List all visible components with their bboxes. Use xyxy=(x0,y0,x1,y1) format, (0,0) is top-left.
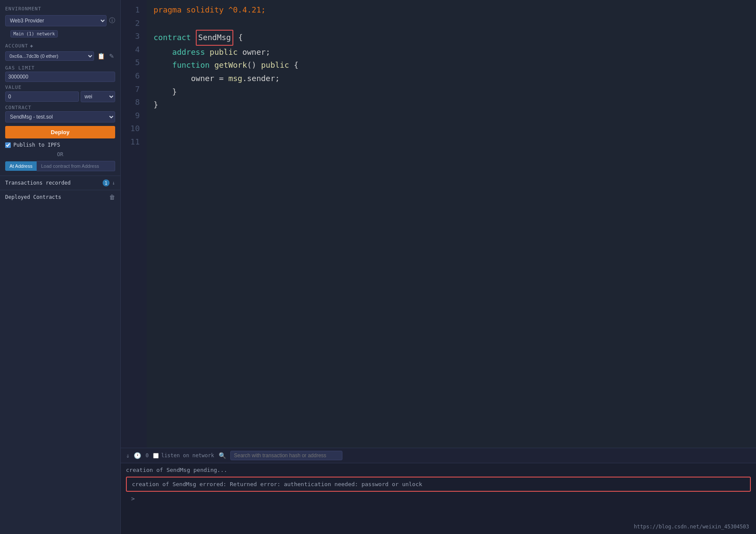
listen-label: listen on network xyxy=(161,452,214,459)
publish-checkbox[interactable] xyxy=(5,142,11,148)
code-line-10 xyxy=(154,125,749,138)
environment-select[interactable]: Web3 Provider xyxy=(5,15,107,26)
contract-select[interactable]: SendMsg - test.sol xyxy=(5,111,115,123)
function-keyword: function xyxy=(172,59,214,72)
or-divider: OR xyxy=(0,150,120,159)
deployed-contracts-row: Deployed Contracts 🗑 xyxy=(0,190,120,204)
line-num-8: 8 xyxy=(121,96,140,109)
copy-account-button[interactable]: 📋 xyxy=(97,52,106,60)
error-message: creation of SendMsg errored: Returned er… xyxy=(126,477,751,492)
console-count: 0 xyxy=(145,452,148,459)
account-label: ACCOUNT xyxy=(5,43,28,49)
at-address-row: At Address Load contract from Address xyxy=(5,161,115,171)
listen-row: listen on network xyxy=(153,452,214,459)
line-numbers: 1 2 3 4 5 6 7 8 9 10 11 xyxy=(121,0,147,448)
load-contract-button[interactable]: Load contract from Address xyxy=(37,161,115,171)
contract-label: CONTRACT xyxy=(0,102,120,111)
sender-var: .sender; xyxy=(242,72,280,85)
at-address-button[interactable]: At Address xyxy=(5,161,37,171)
line-num-2: 2 xyxy=(121,17,140,30)
line-num-9: 9 xyxy=(121,109,140,123)
code-line-9 xyxy=(154,112,749,125)
transactions-badge: 1 xyxy=(103,179,110,186)
owner-assign: owner = xyxy=(191,72,229,85)
code-line-6: owner = msg.sender; xyxy=(154,72,749,85)
line-num-11: 11 xyxy=(121,135,140,149)
environment-row: Web3 Provider ⓘ xyxy=(0,13,120,28)
pending-message: creation of SendMsg pending... xyxy=(126,467,751,473)
main-layout: ENVIRONMENT Web3 Provider ⓘ Main (1) net… xyxy=(0,0,756,534)
code-line-3: contract SendMsg { xyxy=(154,30,749,46)
brace-open-2: { xyxy=(289,59,298,72)
line-num-4: 4 xyxy=(121,43,140,57)
editor-area: 1 2 3 4 5 6 7 8 9 10 11 pragma solidity … xyxy=(121,0,756,534)
code-content[interactable]: pragma solidity ^0.4.21; contract SendMs… xyxy=(147,0,756,448)
listen-checkbox[interactable] xyxy=(153,453,159,459)
contract-keyword: contract xyxy=(154,31,196,44)
transactions-label: Transactions recorded xyxy=(5,180,100,186)
console-toolbar: ⇓ 🕐 0 listen on network 🔍 xyxy=(121,448,756,463)
brace-close-1: } xyxy=(172,85,177,99)
line-num-5: 5 xyxy=(121,56,140,69)
scroll-down-icon[interactable]: ⇓ xyxy=(126,452,129,459)
code-line-7: } xyxy=(154,85,749,99)
msg-var: msg xyxy=(228,72,242,85)
info-icon[interactable]: ⓘ xyxy=(109,17,115,25)
sidebar: ENVIRONMENT Web3 Provider ⓘ Main (1) net… xyxy=(0,0,121,534)
url-bar: https://blog.csdn.net/weixin_45304503 xyxy=(634,524,749,530)
publish-row: Publish to IPFS xyxy=(0,140,120,150)
deploy-button[interactable]: Deploy xyxy=(5,126,115,138)
public-keyword-1: public xyxy=(210,46,242,59)
public-keyword-2: public xyxy=(261,59,289,72)
value-label: VALUE xyxy=(0,82,120,91)
chevron-down-icon: ↓ xyxy=(112,180,115,186)
account-select-row: 0xc6a...7dc3b (0 ether) 📋 ✎ xyxy=(0,50,120,63)
line-num-6: 6 xyxy=(121,69,140,83)
brace-close-2: } xyxy=(154,98,158,112)
pragma-text: pragma solidity ^0.4.21; xyxy=(154,3,266,17)
code-line-2 xyxy=(154,17,749,30)
console-area: ⇓ 🕐 0 listen on network 🔍 creation of Se… xyxy=(121,448,756,534)
code-line-4: address public owner; xyxy=(154,46,749,59)
code-lines: 1 2 3 4 5 6 7 8 9 10 11 pragma solidity … xyxy=(121,0,756,448)
line-num-1: 1 xyxy=(121,3,140,17)
code-line-5: function getWork() public { xyxy=(154,59,749,72)
trash-icon[interactable]: 🗑 xyxy=(109,194,115,201)
search-input[interactable] xyxy=(230,451,342,460)
environment-label: ENVIRONMENT xyxy=(0,3,120,13)
line-num-10: 10 xyxy=(121,122,140,135)
fn-parens: () xyxy=(247,59,261,72)
publish-label: Publish to IPFS xyxy=(13,142,60,148)
line-num-7: 7 xyxy=(121,83,140,96)
gas-limit-input[interactable]: 3000000 xyxy=(5,72,115,82)
clock-icon[interactable]: 🕐 xyxy=(134,452,141,459)
value-input[interactable] xyxy=(5,91,79,102)
network-badge: Main (1) network xyxy=(10,30,58,38)
console-arrow: > xyxy=(126,493,751,504)
code-line-11 xyxy=(154,138,749,151)
code-line-1: pragma solidity ^0.4.21; xyxy=(154,3,749,17)
address-keyword: address xyxy=(172,46,210,59)
owner-var: owner; xyxy=(242,46,270,59)
line-num-3: 3 xyxy=(121,30,140,43)
brace-open-1: { xyxy=(233,31,243,44)
account-select[interactable]: 0xc6a...7dc3b (0 ether) xyxy=(5,51,94,61)
account-row: ACCOUNT ✚ xyxy=(0,42,120,50)
search-icon: 🔍 xyxy=(219,452,226,459)
account-plus-icon: ✚ xyxy=(30,43,33,49)
transactions-row[interactable]: Transactions recorded 1 ↓ xyxy=(0,176,120,190)
gas-limit-label: GAS LIMIT xyxy=(0,63,120,72)
code-editor: 1 2 3 4 5 6 7 8 9 10 11 pragma solidity … xyxy=(121,0,756,448)
getwork-fn: getWork xyxy=(214,59,247,72)
edit-account-button[interactable]: ✎ xyxy=(108,52,115,60)
value-row: wei xyxy=(5,91,115,102)
sendmsg-highlight: SendMsg xyxy=(196,30,234,46)
value-unit-select[interactable]: wei xyxy=(81,91,115,102)
code-line-8: } xyxy=(154,98,749,112)
deployed-contracts-label: Deployed Contracts xyxy=(5,194,109,200)
